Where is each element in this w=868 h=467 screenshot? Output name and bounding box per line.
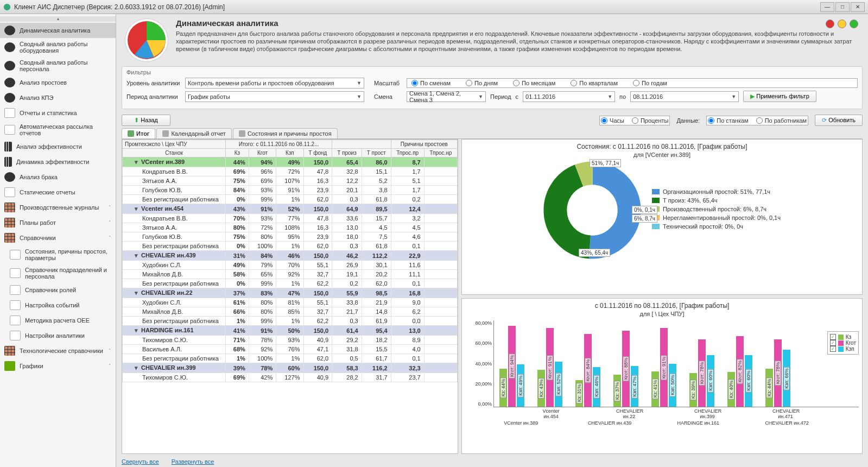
sidebar-item-16[interactable]: Справочник ролей — [0, 282, 116, 298]
back-button[interactable]: ⬆ Назад — [122, 115, 170, 126]
to-date[interactable]: 08.11.2016▼ — [630, 91, 739, 102]
expand-icon[interactable]: ▾ — [134, 364, 139, 371]
table-row[interactable]: Зятьков А.А.80%72%108%16,313,04,54,5 — [123, 223, 458, 232]
table-row[interactable]: Худобкин С.Л.61%80%81%55,133,821,99,0 — [123, 298, 458, 307]
table-row[interactable]: Голубков Ю.В.75%80%95%23,918,07,54,6 — [123, 232, 458, 242]
th-col[interactable]: Кз — [226, 149, 249, 157]
scale-radio-3[interactable]: По кварталам — [571, 80, 618, 86]
sidebar-item-17[interactable]: Настройка событий — [0, 298, 116, 313]
table-row[interactable]: Без регистрации работника0%100%1%62,00,3… — [123, 242, 458, 251]
table-row[interactable]: Михайлов Д.В.58%65%92%32,719,120,211,1 — [123, 270, 458, 279]
th-col[interactable]: Т прост — [362, 149, 391, 157]
expand-all-link[interactable]: Развернуть все — [172, 458, 214, 465]
refresh-button[interactable]: ⟳ Обновить — [815, 115, 863, 126]
bar-subtitle: для [ \ Цех ЧПУ] — [465, 311, 859, 317]
sidebar-item-12[interactable]: Планы работ˅ — [0, 215, 116, 230]
table-row[interactable]: Васильев А.Л.68%92%76%47,131,815,54,0 — [123, 345, 458, 354]
sidebar-item-11[interactable]: Производственные журналы˅ — [0, 200, 116, 215]
th-name[interactable]: Станок — [123, 149, 226, 157]
expand-icon[interactable]: ▾ — [134, 205, 139, 212]
th-col[interactable]: Тпрос.пр — [391, 149, 424, 157]
sidebar-item-4[interactable]: Анализ КПЭ — [0, 90, 116, 105]
sidebar-item-14[interactable]: Состояния, причины простоя, параметры — [0, 245, 116, 264]
scale-radio-2[interactable]: По месяцам — [513, 80, 555, 86]
period-combo[interactable]: График работы▼ — [185, 91, 364, 102]
tab-calendar[interactable]: Календарный отчет — [156, 128, 231, 138]
sidebar-item-label: Настройка событий — [25, 302, 111, 308]
scale-radio-4[interactable]: По годам — [633, 80, 667, 86]
sidebar-item-15[interactable]: Справочник подразделений и персонала — [0, 264, 116, 282]
sidebar-item-9[interactable]: Анализ брака — [0, 169, 116, 185]
table-row[interactable]: Кондратьев В.В.70%93%77%47,833,615,73,2 — [123, 214, 458, 223]
sidebar-item-19[interactable]: Настройки аналитики — [0, 328, 116, 343]
sidebar-item-label: Графики — [20, 363, 104, 369]
unit-hours-radio[interactable]: Часы — [601, 117, 624, 124]
data-workers-radio[interactable]: По работникам — [756, 117, 807, 124]
table-row[interactable]: Худобкин С.Л.49%79%70%55,126,930,111,6 — [123, 261, 458, 270]
table-row[interactable]: Зятьков А.А.75%69%107%16,312,25,25,1 — [123, 176, 458, 186]
tab-summary[interactable]: Итог — [122, 128, 155, 138]
th-col[interactable]: Т произ — [332, 149, 362, 157]
tab-states[interactable]: Состояния и причины простоя — [233, 128, 338, 138]
th-col[interactable]: Кзп — [276, 149, 303, 157]
table-row[interactable]: ▾CHEVALIER ин.2237%83%47%150,055,998,516… — [123, 288, 458, 298]
table-row[interactable]: ▾HARDINGE ин.16141%91%50%150,061,495,413… — [123, 326, 458, 336]
expand-icon[interactable]: ▾ — [134, 159, 139, 166]
sidebar-item-0[interactable]: Динамическая аналитика — [0, 23, 116, 38]
sidebar-item-5[interactable]: Отчеты и статистика — [0, 105, 116, 121]
expand-icon[interactable]: ▾ — [134, 252, 139, 259]
table-row[interactable]: Без регистрации работника1%100%1%62,00,5… — [123, 354, 458, 363]
expand-icon[interactable]: ▾ — [134, 327, 139, 334]
data-table[interactable]: Промтехэкспо \ Цех ЧПУ Итого: с 01.11.20… — [122, 139, 458, 454]
bar-group: Кз: 31%Кгот: 84%Кзп: 46% — [575, 320, 600, 407]
th-col[interactable]: Кгот — [249, 149, 276, 157]
maximize-button[interactable]: □ — [835, 2, 850, 12]
table-row[interactable]: ▾CHEVALIER ин.39939%78%60%150,058,3116,2… — [123, 363, 458, 373]
level-combo[interactable]: Контроль времени работы и простоев обору… — [185, 78, 364, 89]
sidebar-collapse[interactable]: ▴ — [0, 16, 116, 22]
data-machines-radio[interactable]: По станкам — [708, 117, 748, 124]
table-row[interactable]: ▾Vcenter ин.45443%91%52%150,064,989,512,… — [123, 204, 458, 214]
th-col[interactable]: Т фонд — [303, 149, 332, 157]
th-col[interactable]: Тпрос.нр — [424, 149, 457, 157]
sidebar-item-18[interactable]: Методика расчета OEE — [0, 313, 116, 328]
sidebar-icon — [10, 268, 21, 278]
sidebar-item-13[interactable]: Справочники˄ — [0, 230, 116, 245]
from-date[interactable]: 01.11.2016▼ — [523, 91, 615, 102]
apply-filter-button[interactable]: ▶ Применить фильтр — [743, 91, 816, 102]
sidebar-item-7[interactable]: Анализ эффективности — [0, 139, 116, 154]
sidebar-icon — [10, 285, 21, 295]
scale-radio-1[interactable]: По дням — [466, 80, 498, 86]
status-red-icon — [826, 20, 834, 28]
sidebar-item-3[interactable]: Анализ простоев — [0, 75, 116, 90]
table-row[interactable]: ▾CHEVALIER ин.43931%84%46%150,046,2112,2… — [123, 251, 458, 261]
sidebar-item-8[interactable]: Динамика эффективности — [0, 154, 116, 169]
table-row[interactable]: Без регистрации работника1%99%1%62,20,36… — [123, 317, 458, 326]
sidebar-item-1[interactable]: Сводный анализ работы оборудования — [0, 38, 116, 56]
close-button[interactable]: ✕ — [851, 2, 865, 12]
sidebar: ▴ Динамическая аналитикаСводный анализ р… — [0, 14, 116, 467]
sidebar-item-label: Производственные журналы — [20, 204, 104, 211]
unit-percent-radio[interactable]: Проценты — [632, 117, 668, 124]
table-row[interactable]: ▾VCenter ин.38944%94%49%150,065,486,08,7 — [123, 157, 458, 167]
table-row[interactable]: Голубков Ю.В.84%93%91%23,920,13,81,7 — [123, 186, 458, 195]
table-row[interactable]: Без регистрации работника0%99%1%62,20,26… — [123, 279, 458, 288]
table-row[interactable]: Без регистрации работника0%99%1%62,00,36… — [123, 195, 458, 204]
minimize-button[interactable]: — — [820, 2, 834, 12]
scale-radio-0[interactable]: По сменам — [411, 80, 451, 86]
page-description: Раздел предназначен для быстрого анализа… — [176, 30, 854, 53]
sidebar-item-10[interactable]: Статические отчеты — [0, 185, 116, 200]
table-row[interactable]: Кондратьев В.В.69%96%72%47,832,815,11,7 — [123, 167, 458, 176]
collapse-all-link[interactable]: Свернуть все — [122, 458, 159, 465]
sidebar-item-20[interactable]: Технологические справочники˅ — [0, 343, 116, 358]
table-row[interactable]: Тихомиров С.Ю.69%42%127%40,928,231,723,7 — [123, 373, 458, 382]
bar: Кгот: 82% — [736, 336, 744, 407]
shift-combo[interactable]: Смена 1, Смена 2, Смена 3▼ — [407, 91, 486, 102]
sidebar-item-2[interactable]: Сводный анализ работы персонала — [0, 56, 116, 75]
table-row[interactable]: Тихомиров С.Ю.71%78%93%40,929,218,28,9 — [123, 336, 458, 345]
sidebar-item-21[interactable]: Графики˅ — [0, 358, 116, 374]
sidebar-item-label: Анализ брака — [20, 174, 111, 180]
expand-icon[interactable]: ▾ — [134, 289, 139, 296]
table-row[interactable]: Михайлов Д.В.66%80%85%32,721,714,86,2 — [123, 307, 458, 317]
sidebar-item-6[interactable]: Автоматическая рассылка отчетов — [0, 121, 116, 139]
